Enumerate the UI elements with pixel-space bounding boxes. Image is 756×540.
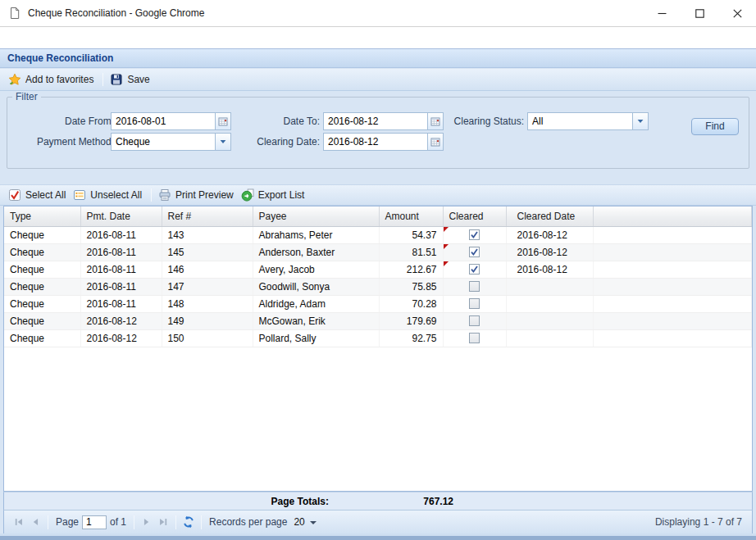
clearing-status-combo[interactable]: All (527, 112, 649, 130)
date-to-field[interactable]: 2016-08-12 (323, 112, 444, 130)
cell-cleared (443, 278, 506, 295)
column-header-cleared_date[interactable]: Cleared Date (506, 206, 593, 226)
table-row[interactable]: Cheque2016-08-12149McGowan, Erik179.69 (4, 312, 752, 329)
pager-separator (201, 515, 202, 529)
table-row[interactable]: Cheque2016-08-11143Abrahams, Peter54.372… (4, 226, 752, 243)
add-to-favorites-label: Add to favorites (25, 74, 93, 85)
cell-cleared_date (506, 329, 593, 347)
first-page-button[interactable] (11, 514, 27, 530)
cell-filler (593, 226, 752, 243)
save-icon (110, 73, 123, 86)
cleared-checkbox[interactable] (469, 281, 480, 292)
dirty-flag-icon (444, 261, 449, 266)
pager-separator (175, 515, 176, 529)
page-totals-label: Page Totals: (206, 492, 329, 511)
cleared-checkbox[interactable] (469, 333, 480, 343)
clearing-date-label: Clearing Date: (235, 133, 320, 151)
last-page-button[interactable] (155, 514, 171, 530)
export-list-label: Export List (258, 189, 305, 201)
payment-method-trigger[interactable] (215, 134, 230, 150)
cell-cleared (443, 312, 506, 329)
cleared-checkbox[interactable] (469, 315, 480, 326)
clearing-status-trigger[interactable] (632, 113, 648, 129)
refresh-icon (182, 515, 195, 529)
cell-cleared_date (506, 295, 593, 312)
window-titlebar: Cheque Reconciliation - Google Chrome (0, 0, 756, 27)
cell-pmt_date: 2016-08-11 (80, 226, 162, 243)
date-from-field[interactable]: 2016-08-01 (111, 112, 231, 130)
select-all-button[interactable]: Select All (6, 187, 71, 203)
unselect-all-label: Unselect All (90, 189, 142, 201)
cell-cleared_date (506, 312, 593, 329)
prev-page-button[interactable] (27, 514, 43, 530)
table-row[interactable]: Cheque2016-08-12150Pollard, Sally92.75 (4, 329, 752, 347)
clearing-date-trigger[interactable] (427, 134, 443, 150)
check-icon (470, 247, 479, 256)
column-header-type[interactable]: Type (4, 206, 80, 226)
cell-payee: Anderson, Baxter (253, 243, 379, 261)
date-from-trigger[interactable] (215, 113, 230, 129)
table-row[interactable]: Cheque2016-08-11148Aldridge, Adam70.28 (4, 295, 752, 312)
cell-type: Cheque (4, 243, 80, 261)
cell-pmt_date: 2016-08-11 (80, 261, 162, 278)
save-button[interactable]: Save (107, 71, 154, 88)
cell-cleared (443, 295, 506, 312)
cell-ref: 148 (162, 295, 253, 312)
column-header-cleared[interactable]: Cleared (443, 206, 506, 226)
page-number-input[interactable] (82, 515, 107, 529)
cell-amount: 70.28 (379, 295, 443, 312)
select-all-icon (8, 188, 21, 202)
toolbar-separator (102, 73, 103, 86)
table-row[interactable]: Cheque2016-08-11145Anderson, Baxter81.51… (4, 243, 752, 261)
cell-amount: 212.67 (379, 261, 443, 278)
close-button[interactable] (718, 0, 756, 26)
app-window: Cheque Reconciliation - Google Chrome Ch… (0, 0, 756, 540)
column-header-amount[interactable]: Amount (379, 206, 443, 226)
date-from-value: 2016-08-01 (112, 113, 215, 129)
table-row[interactable]: Cheque2016-08-11146Avery, Jacob212.67201… (4, 261, 752, 278)
displaying-text: Displaying 1 - 7 of 7 (655, 516, 745, 528)
grid-header-row: TypePmt. DateRef #PayeeAmountClearedClea… (4, 206, 752, 226)
page-of-label: of 1 (110, 516, 126, 528)
column-header-pmt_date[interactable]: Pmt. Date (80, 206, 162, 226)
clearing-date-value: 2016-08-12 (324, 134, 427, 150)
pager-separator (134, 515, 134, 529)
cell-cleared_date: 2016-08-12 (506, 243, 593, 261)
payment-method-combo[interactable]: Cheque (111, 133, 231, 151)
records-per-page-value: 20 (294, 516, 304, 528)
next-page-button[interactable] (139, 514, 155, 530)
unselect-all-button[interactable]: Unselect All (71, 187, 147, 203)
cell-pmt_date: 2016-08-12 (80, 312, 162, 329)
find-button[interactable]: Find (691, 118, 739, 135)
page-title: Cheque Reconciliation (7, 52, 113, 64)
window-title: Cheque Reconciliation - Google Chrome (28, 7, 204, 19)
cell-type: Cheque (4, 226, 80, 243)
column-header-payee[interactable]: Payee (253, 206, 379, 226)
table-row[interactable]: Cheque2016-08-11147Goodwill, Sonya75.85 (4, 278, 752, 295)
minimize-button[interactable] (643, 0, 681, 26)
clearing-date-field[interactable]: 2016-08-12 (323, 133, 444, 151)
cell-type: Cheque (4, 295, 80, 312)
window-controls (643, 0, 756, 26)
cleared-checkbox[interactable] (469, 229, 480, 240)
cell-pmt_date: 2016-08-11 (80, 278, 162, 295)
add-to-favorites-button[interactable]: Add to favorites (6, 71, 98, 88)
refresh-button[interactable] (180, 514, 197, 530)
print-preview-button[interactable]: Print Preview (156, 187, 239, 203)
calendar-icon (430, 137, 440, 147)
cleared-checkbox[interactable] (469, 264, 480, 275)
dirty-flag-icon (444, 244, 449, 249)
cell-pmt_date: 2016-08-11 (80, 295, 162, 312)
maximize-button[interactable] (681, 0, 718, 26)
date-to-label: Date To: (235, 112, 320, 130)
column-header-ref[interactable]: Ref # (162, 206, 253, 226)
records-per-page-dropdown[interactable]: 20 (294, 516, 316, 528)
cell-ref: 150 (162, 329, 253, 347)
clearing-status-value: All (528, 113, 632, 129)
date-to-trigger[interactable] (427, 113, 443, 129)
filter-legend: Filter (12, 91, 41, 102)
payment-method-value: Cheque (112, 134, 215, 150)
cleared-checkbox[interactable] (469, 247, 480, 257)
cleared-checkbox[interactable] (469, 298, 480, 309)
export-list-button[interactable]: Export List (239, 187, 310, 203)
